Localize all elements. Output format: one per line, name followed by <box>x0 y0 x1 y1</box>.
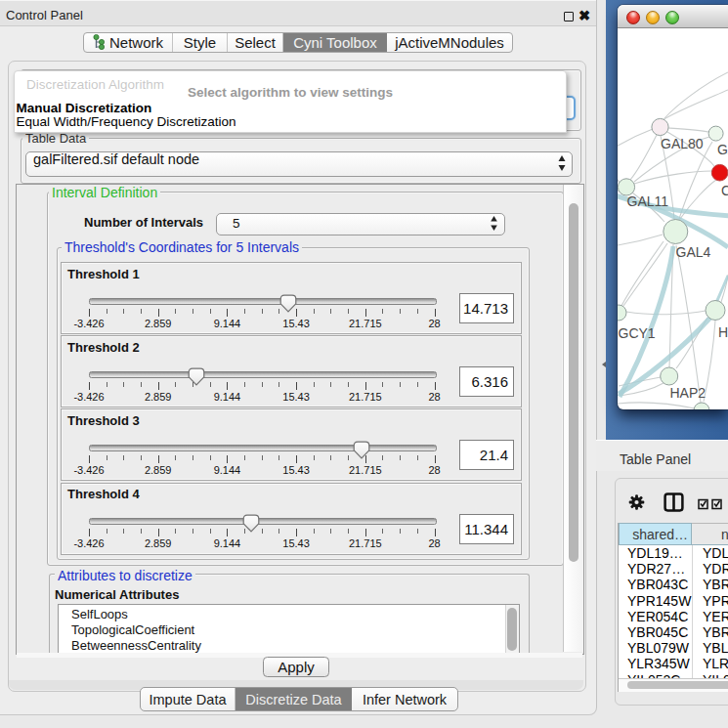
svg-text:C…: C… <box>721 183 728 198</box>
svg-text:GCY1: GCY1 <box>619 325 656 341</box>
svg-text:H…: H… <box>718 324 728 340</box>
svg-text:HAP2: HAP2 <box>670 385 707 401</box>
svg-text:GAL11: GAL11 <box>627 193 669 209</box>
svg-text:GA…: GA… <box>717 142 728 157</box>
svg-text:GAL4: GAL4 <box>676 244 711 260</box>
svg-text:GAL80: GAL80 <box>661 136 704 151</box>
